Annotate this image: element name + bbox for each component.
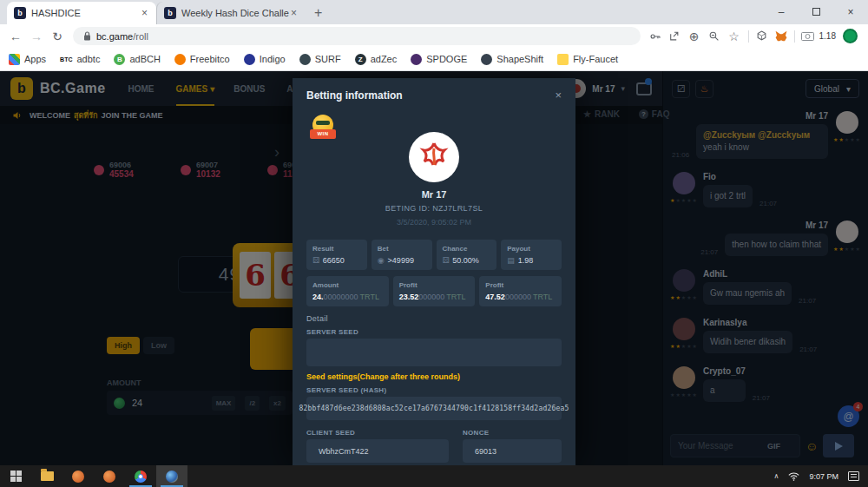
tab-weekly-challenge[interactable]: b Weekly Hash Dice Challenge - Se ×: [156, 2, 306, 24]
bookmark-favicon-icon: [411, 54, 422, 65]
active-app-button[interactable]: [156, 465, 187, 487]
bookmark-label: adZec: [371, 54, 398, 64]
url-bar[interactable]: bc.game/roll: [73, 27, 641, 45]
maximize-button[interactable]: [799, 6, 833, 18]
bookmark-label: Freebitco: [190, 54, 230, 64]
betting-info-modal: Betting information × WIN Mr 17 BETING I…: [293, 78, 575, 465]
server-seed-hash-label: SERVER SEED (HASH): [306, 386, 386, 394]
bookmark-label: Fly-Faucet: [573, 54, 618, 64]
modal-title: Betting information: [306, 89, 403, 102]
stat-box: Chance ⚄50.00%: [437, 240, 497, 270]
start-button[interactable]: [0, 465, 31, 487]
windows-logo-icon: [10, 471, 22, 482]
bookmark-favicon-icon: B: [114, 54, 125, 65]
minimize-button[interactable]: –: [764, 6, 799, 18]
share-icon[interactable]: [665, 30, 684, 42]
bcgame-favicon-icon: b: [14, 7, 26, 19]
stat-icon: ▤: [507, 256, 515, 265]
stat-icon: ◉: [378, 256, 385, 265]
cube-extension-icon[interactable]: [753, 30, 772, 42]
tab-close-icon[interactable]: ×: [289, 7, 299, 19]
stat-icon: ⚄: [443, 256, 450, 265]
profile-avatar[interactable]: [843, 29, 858, 43]
back-button[interactable]: ←: [5, 30, 26, 43]
extension-badge-value: 1.18: [819, 31, 836, 41]
bookmark-item[interactable]: SPDOGE: [411, 54, 467, 65]
app-icon: [72, 471, 84, 483]
bookmark-label: SURF: [315, 54, 341, 64]
bookmark-label: SPDOGE: [426, 54, 467, 64]
action-center-icon[interactable]: [848, 471, 859, 481]
bookmark-label: Indigo: [260, 54, 286, 64]
refresh-button[interactable]: ↻: [47, 30, 68, 43]
amount-box: Profit 23.52000000TRTL: [393, 276, 476, 306]
server-seed-hash-field[interactable]: 82bbf487d6ee238d6808ac52ce17a6767344790c…: [306, 397, 562, 420]
bookmark-item[interactable]: ShapeShift: [481, 54, 543, 65]
bookmark-item[interactable]: Fly-Faucet: [557, 54, 618, 65]
bookmark-star-icon[interactable]: ☆: [724, 30, 745, 43]
bookmark-item[interactable]: SURF: [299, 54, 341, 65]
metamask-icon[interactable]: [772, 30, 791, 42]
tab-close-icon[interactable]: ×: [140, 7, 149, 19]
forward-button[interactable]: →: [26, 30, 47, 43]
app-button[interactable]: [94, 465, 125, 487]
win-badge-icon: WIN: [310, 115, 336, 142]
chrome-icon: [135, 471, 147, 483]
bookmark-item[interactable]: B adBCH: [114, 54, 160, 65]
tab-hashdice[interactable]: b HASHDICE ×: [7, 2, 156, 24]
browser-window: b HASHDICE × b Weekly Hash Dice Challeng…: [0, 0, 868, 487]
lock-icon: [83, 31, 91, 41]
nonce-field[interactable]: 69013: [463, 439, 562, 463]
bookmark-item[interactable]: Z adZec: [355, 54, 398, 65]
tab-strip: b HASHDICE × b Weekly Hash Dice Challeng…: [0, 0, 868, 24]
url-domain: bc.game: [96, 31, 133, 42]
stat-box: Bet ◉>49999: [372, 240, 432, 270]
player-name: Mr 17: [293, 189, 575, 200]
zoom-icon[interactable]: [705, 30, 724, 42]
app-button[interactable]: [62, 465, 94, 487]
file-explorer-button[interactable]: [31, 465, 62, 487]
bet-amounts-row: Amount 24.00000000TRTL Profit 23.5200000…: [306, 276, 562, 306]
bookmark-item[interactable]: Freebitco: [174, 54, 230, 65]
bookmark-favicon-icon: BTC: [60, 54, 72, 65]
bookmark-item[interactable]: Indigo: [244, 54, 286, 65]
bookmark-item[interactable]: Apps: [9, 54, 46, 65]
close-window-button[interactable]: ×: [833, 6, 868, 18]
amount-box: Profit 47.52000000TRTL: [479, 276, 562, 306]
tab-title: Weekly Hash Dice Challenge - Se: [181, 8, 289, 18]
stat-box: Payout ▤1.98: [501, 240, 562, 270]
bookmark-item[interactable]: BTC adbtc: [60, 54, 100, 65]
page-viewport: b BC.Game HOME GAMES▾ BONUS AFFILIATE FO…: [0, 71, 868, 465]
bookmark-favicon-icon: [299, 54, 311, 65]
nonce-label: NONCE: [463, 429, 489, 437]
modal-close-icon[interactable]: ×: [555, 89, 562, 102]
client-seed-label: CLIENT SEED: [306, 429, 355, 437]
window-controls: – ×: [764, 0, 868, 24]
bet-datetime: 3/5/2020, 9:05:02 PM: [293, 218, 575, 227]
new-tab-button[interactable]: +: [314, 5, 322, 21]
bookmark-favicon-icon: [174, 54, 186, 65]
server-seed-field[interactable]: [306, 339, 562, 366]
tab-title: HASHDICE: [31, 8, 140, 18]
clock[interactable]: 9:07 PM: [809, 472, 838, 481]
wifi-icon[interactable]: [788, 472, 799, 481]
amount-box: Amount 24.00000000TRTL: [306, 276, 389, 306]
hidden-icons-button[interactable]: ∧: [774, 472, 779, 480]
app-icon: [103, 471, 115, 483]
password-key-icon[interactable]: [646, 30, 665, 43]
bookmark-favicon-icon: [9, 54, 20, 65]
bookmark-favicon-icon: Z: [355, 54, 366, 65]
betting-id: BETING ID: NZJ7LRL7SL: [293, 204, 575, 213]
price-ticker-extension-icon[interactable]: [799, 32, 818, 41]
system-tray: ∧ 9:07 PM: [774, 471, 868, 481]
detail-label: Detail: [306, 314, 328, 323]
player-avatar[interactable]: [409, 132, 459, 182]
url-path: /roll: [133, 31, 148, 42]
chrome-button[interactable]: [125, 465, 156, 487]
browser-toolbar: ← → ↻ bc.game/roll ⊕ ☆ 1.18: [0, 24, 868, 48]
stat-icon: ⚄: [312, 256, 319, 265]
add-icon[interactable]: ⊕: [684, 30, 705, 43]
stat-box: Result ⚄66650: [306, 240, 367, 270]
bet-stats-row: Result ⚄66650 Bet ◉>49999 Chance ⚄50.00%: [306, 240, 562, 270]
client-seed-field[interactable]: WbhzCmT422: [306, 439, 449, 463]
